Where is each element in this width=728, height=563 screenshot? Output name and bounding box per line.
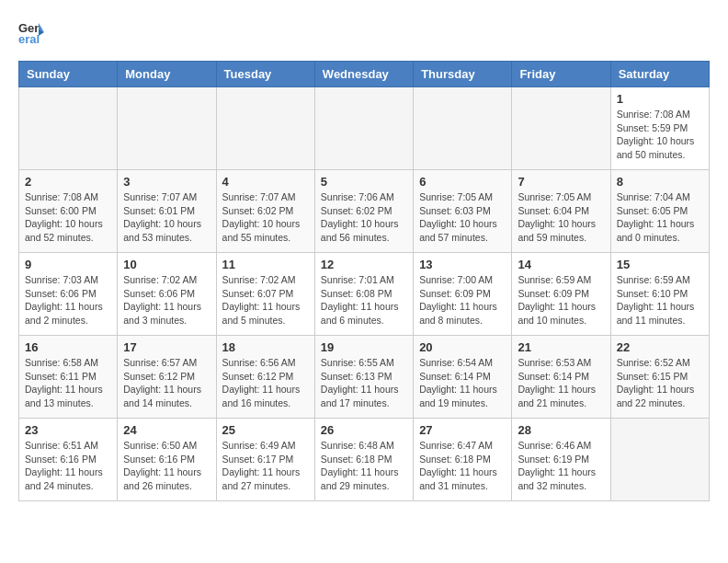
- day-number: 27: [419, 423, 506, 437]
- calendar-cell: 13Sunrise: 7:00 AM Sunset: 6:09 PM Dayli…: [414, 253, 512, 336]
- day-info: Sunrise: 6:51 AM Sunset: 6:16 PM Dayligh…: [25, 439, 111, 493]
- day-info: Sunrise: 7:00 AM Sunset: 6:09 PM Dayligh…: [419, 273, 506, 327]
- calendar-cell: [414, 87, 512, 170]
- calendar-cell: 21Sunrise: 6:53 AM Sunset: 6:14 PM Dayli…: [512, 336, 610, 419]
- day-info: Sunrise: 7:08 AM Sunset: 5:59 PM Dayligh…: [617, 108, 703, 162]
- logo-icon: Gen eral: [18, 18, 46, 46]
- calendar-cell: 14Sunrise: 6:59 AM Sunset: 6:09 PM Dayli…: [512, 253, 610, 336]
- calendar-cell: [512, 87, 610, 170]
- day-number: 13: [419, 258, 506, 271]
- calendar-week-2: 2Sunrise: 7:08 AM Sunset: 6:00 PM Daylig…: [19, 170, 710, 253]
- calendar-cell: 28Sunrise: 6:46 AM Sunset: 6:19 PM Dayli…: [512, 419, 610, 501]
- calendar-week-5: 23Sunrise: 6:51 AM Sunset: 6:16 PM Dayli…: [19, 419, 710, 501]
- day-number: 21: [518, 340, 604, 354]
- day-number: 15: [617, 258, 703, 271]
- day-number: 4: [222, 175, 309, 189]
- day-info: Sunrise: 6:56 AM Sunset: 6:12 PM Dayligh…: [222, 356, 309, 410]
- day-number: 28: [518, 423, 604, 437]
- calendar-table: SundayMondayTuesdayWednesdayThursdayFrid…: [18, 61, 710, 501]
- day-info: Sunrise: 6:46 AM Sunset: 6:19 PM Dayligh…: [518, 439, 604, 493]
- day-number: 22: [617, 340, 703, 354]
- day-number: 24: [123, 423, 210, 437]
- weekday-header-wednesday: Wednesday: [314, 62, 413, 87]
- calendar-cell: 18Sunrise: 6:56 AM Sunset: 6:12 PM Dayli…: [216, 336, 314, 419]
- day-info: Sunrise: 6:48 AM Sunset: 6:18 PM Dayligh…: [321, 439, 407, 493]
- day-number: 6: [419, 175, 506, 189]
- calendar-cell: 9Sunrise: 7:03 AM Sunset: 6:06 PM Daylig…: [19, 253, 118, 336]
- day-number: 1: [617, 92, 703, 106]
- day-number: 23: [25, 423, 111, 437]
- calendar-cell: 8Sunrise: 7:04 AM Sunset: 6:05 PM Daylig…: [610, 170, 709, 253]
- day-info: Sunrise: 6:53 AM Sunset: 6:14 PM Dayligh…: [518, 356, 604, 410]
- day-info: Sunrise: 6:59 AM Sunset: 6:09 PM Dayligh…: [518, 273, 604, 327]
- day-info: Sunrise: 7:08 AM Sunset: 6:00 PM Dayligh…: [25, 190, 111, 245]
- day-number: 16: [25, 340, 111, 354]
- calendar-cell: 1Sunrise: 7:08 AM Sunset: 5:59 PM Daylig…: [610, 87, 709, 170]
- day-info: Sunrise: 6:59 AM Sunset: 6:10 PM Dayligh…: [617, 273, 703, 327]
- calendar-cell: 3Sunrise: 7:07 AM Sunset: 6:01 PM Daylig…: [118, 170, 216, 253]
- day-info: Sunrise: 7:04 AM Sunset: 6:05 PM Dayligh…: [617, 190, 703, 245]
- calendar-cell: 24Sunrise: 6:50 AM Sunset: 6:16 PM Dayli…: [118, 419, 216, 501]
- day-info: Sunrise: 7:05 AM Sunset: 6:04 PM Dayligh…: [518, 190, 604, 245]
- day-number: 10: [123, 258, 210, 271]
- calendar-cell: 15Sunrise: 6:59 AM Sunset: 6:10 PM Dayli…: [610, 253, 709, 336]
- day-number: 18: [222, 340, 309, 354]
- calendar-week-3: 9Sunrise: 7:03 AM Sunset: 6:06 PM Daylig…: [19, 253, 710, 336]
- day-number: 26: [321, 423, 407, 437]
- calendar-cell: 4Sunrise: 7:07 AM Sunset: 6:02 PM Daylig…: [216, 170, 314, 253]
- calendar-cell: 10Sunrise: 7:02 AM Sunset: 6:06 PM Dayli…: [118, 253, 216, 336]
- day-info: Sunrise: 6:49 AM Sunset: 6:17 PM Dayligh…: [222, 439, 309, 493]
- day-number: 8: [617, 175, 703, 189]
- weekday-header-thursday: Thursday: [414, 62, 512, 87]
- calendar-cell: [118, 87, 216, 170]
- calendar-cell: 2Sunrise: 7:08 AM Sunset: 6:00 PM Daylig…: [19, 170, 118, 253]
- day-info: Sunrise: 6:55 AM Sunset: 6:13 PM Dayligh…: [321, 356, 407, 410]
- calendar-cell: 6Sunrise: 7:05 AM Sunset: 6:03 PM Daylig…: [414, 170, 512, 253]
- calendar-cell: 5Sunrise: 7:06 AM Sunset: 6:02 PM Daylig…: [314, 170, 413, 253]
- calendar-cell: [216, 87, 314, 170]
- day-info: Sunrise: 7:07 AM Sunset: 6:02 PM Dayligh…: [222, 190, 309, 245]
- day-number: 7: [518, 175, 604, 189]
- day-number: 14: [518, 258, 604, 271]
- logo: Gen eral: [18, 18, 50, 46]
- day-number: 11: [222, 258, 309, 271]
- day-number: 20: [419, 340, 506, 354]
- calendar-week-1: 1Sunrise: 7:08 AM Sunset: 5:59 PM Daylig…: [19, 87, 710, 170]
- calendar-cell: 22Sunrise: 6:52 AM Sunset: 6:15 PM Dayli…: [610, 336, 709, 419]
- calendar-cell: [314, 87, 413, 170]
- day-info: Sunrise: 6:57 AM Sunset: 6:12 PM Dayligh…: [123, 356, 210, 410]
- calendar-cell: 19Sunrise: 6:55 AM Sunset: 6:13 PM Dayli…: [314, 336, 413, 419]
- calendar-cell: 11Sunrise: 7:02 AM Sunset: 6:07 PM Dayli…: [216, 253, 314, 336]
- calendar-week-4: 16Sunrise: 6:58 AM Sunset: 6:11 PM Dayli…: [19, 336, 710, 419]
- weekday-header-row: SundayMondayTuesdayWednesdayThursdayFrid…: [19, 62, 710, 87]
- day-number: 2: [25, 175, 111, 189]
- day-number: 19: [321, 340, 407, 354]
- calendar-cell: 12Sunrise: 7:01 AM Sunset: 6:08 PM Dayli…: [314, 253, 413, 336]
- header: Gen eral: [18, 18, 710, 46]
- calendar-cell: 20Sunrise: 6:54 AM Sunset: 6:14 PM Dayli…: [414, 336, 512, 419]
- calendar-cell: [610, 419, 709, 501]
- calendar-cell: 16Sunrise: 6:58 AM Sunset: 6:11 PM Dayli…: [19, 336, 118, 419]
- weekday-header-friday: Friday: [512, 62, 610, 87]
- calendar-cell: 23Sunrise: 6:51 AM Sunset: 6:16 PM Dayli…: [19, 419, 118, 501]
- day-number: 17: [123, 340, 210, 354]
- weekday-header-sunday: Sunday: [19, 62, 118, 87]
- day-number: 12: [321, 258, 407, 271]
- calendar-cell: 25Sunrise: 6:49 AM Sunset: 6:17 PM Dayli…: [216, 419, 314, 501]
- day-number: 5: [321, 175, 407, 189]
- calendar-cell: 7Sunrise: 7:05 AM Sunset: 6:04 PM Daylig…: [512, 170, 610, 253]
- weekday-header-saturday: Saturday: [610, 62, 709, 87]
- day-number: 25: [222, 423, 309, 437]
- day-info: Sunrise: 6:54 AM Sunset: 6:14 PM Dayligh…: [419, 356, 506, 410]
- day-info: Sunrise: 7:02 AM Sunset: 6:07 PM Dayligh…: [222, 273, 309, 327]
- calendar-cell: 27Sunrise: 6:47 AM Sunset: 6:18 PM Dayli…: [414, 419, 512, 501]
- day-info: Sunrise: 6:47 AM Sunset: 6:18 PM Dayligh…: [419, 439, 506, 493]
- weekday-header-monday: Monday: [118, 62, 216, 87]
- day-info: Sunrise: 7:05 AM Sunset: 6:03 PM Dayligh…: [419, 190, 506, 245]
- svg-text:eral: eral: [18, 32, 40, 46]
- day-info: Sunrise: 7:07 AM Sunset: 6:01 PM Dayligh…: [123, 190, 210, 245]
- day-info: Sunrise: 7:01 AM Sunset: 6:08 PM Dayligh…: [321, 273, 407, 327]
- day-number: 9: [25, 258, 111, 271]
- day-info: Sunrise: 7:03 AM Sunset: 6:06 PM Dayligh…: [25, 273, 111, 327]
- weekday-header-tuesday: Tuesday: [216, 62, 314, 87]
